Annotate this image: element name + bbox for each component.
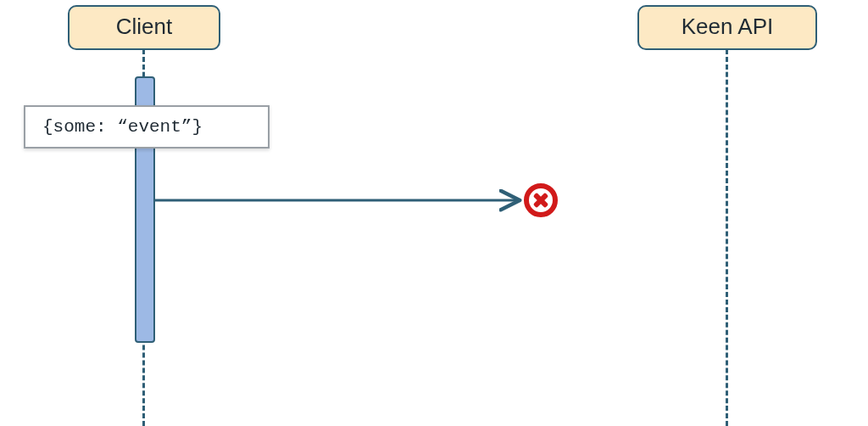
- sequence-diagram: Client Keen API {some: “event”}: [0, 0, 868, 426]
- note-text: {some: “event”}: [42, 117, 203, 137]
- error-icon: [524, 183, 558, 217]
- participant-server: Keen API: [637, 5, 817, 50]
- note-event-payload: {some: “event”}: [24, 105, 270, 149]
- participant-server-label: Keen API: [682, 14, 773, 39]
- message-arrow-send-event: [153, 192, 526, 209]
- participant-client: Client: [68, 5, 220, 50]
- participant-client-label: Client: [116, 14, 172, 39]
- lifeline-server: [726, 49, 728, 426]
